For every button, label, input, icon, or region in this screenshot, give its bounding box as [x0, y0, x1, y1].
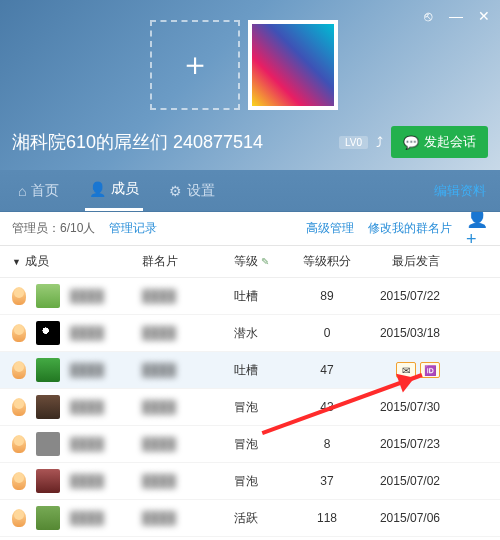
- member-name: ████: [70, 326, 104, 340]
- member-points: 43: [296, 400, 358, 414]
- card-icon[interactable]: 🆔: [420, 362, 440, 378]
- share-icon[interactable]: ⤴: [376, 134, 383, 150]
- member-points: 118: [296, 511, 358, 525]
- settings-icon: ⚙: [169, 183, 182, 199]
- edit-level-icon: ✎: [261, 256, 269, 267]
- member-name: ████: [70, 363, 104, 377]
- member-last: 2015/07/30: [358, 400, 440, 414]
- table-row[interactable]: ████████吐槽47✉🆔: [0, 352, 500, 389]
- group-picture[interactable]: [248, 20, 338, 110]
- member-rows: ████████吐槽892015/07/22████████潜水02015/03…: [0, 278, 500, 538]
- col-last[interactable]: 最后发言: [358, 253, 440, 270]
- member-name: ████: [70, 511, 104, 525]
- member-last: 2015/07/02: [358, 474, 440, 488]
- member-avatar: [36, 321, 60, 345]
- table-row[interactable]: ████████冒泡432015/07/30: [0, 389, 500, 426]
- sub-bar: 管理员：6/10人 管理记录 高级管理 修改我的群名片 👤+: [0, 212, 500, 246]
- avatar-icon: [12, 287, 26, 305]
- table-row[interactable]: ████████冒泡372015/07/02: [0, 463, 500, 500]
- avatar-icon: [12, 472, 26, 490]
- admin-count: 管理员：6/10人: [12, 220, 95, 237]
- start-chat-label: 发起会话: [424, 133, 476, 151]
- member-card: ████: [142, 400, 176, 414]
- member-level: 吐槽: [234, 288, 296, 305]
- member-avatar: [36, 506, 60, 530]
- member-points: 8: [296, 437, 358, 451]
- pin-icon[interactable]: ⎋: [420, 8, 436, 24]
- avatar-icon: [12, 435, 26, 453]
- member-avatar: [36, 432, 60, 456]
- minimize-icon[interactable]: —: [448, 8, 464, 24]
- tab-home-label: 首页: [31, 182, 59, 200]
- member-last: 2015/07/23: [358, 437, 440, 451]
- members-icon: 👤: [89, 181, 106, 197]
- avatar-icon: [12, 509, 26, 527]
- add-user-icon[interactable]: 👤+: [466, 218, 488, 240]
- member-avatar: [36, 469, 60, 493]
- member-card: ████: [142, 437, 176, 451]
- member-avatar: [36, 395, 60, 419]
- member-name: ████: [70, 437, 104, 451]
- table-row[interactable]: ████████潜水02015/03/18: [0, 315, 500, 352]
- title-bar: 湘科院610的屌丝们 240877514 LV0 ⤴ 💬 发起会话: [12, 126, 488, 158]
- member-points: 47: [296, 363, 358, 377]
- tab-bar: ⌂ 首页 👤 成员 ⚙ 设置 编辑资料: [0, 170, 500, 212]
- tab-members[interactable]: 👤 成员: [85, 170, 143, 211]
- member-name: ████: [70, 289, 104, 303]
- group-title: 湘科院610的屌丝们 240877514: [12, 130, 331, 154]
- message-icon[interactable]: ✉: [396, 362, 416, 378]
- tab-home[interactable]: ⌂ 首页: [14, 172, 63, 210]
- edit-profile-link[interactable]: 编辑资料: [434, 182, 486, 200]
- member-last: ✉🆔: [358, 362, 440, 378]
- member-name: ████: [70, 400, 104, 414]
- tab-settings[interactable]: ⚙ 设置: [165, 172, 219, 210]
- member-points: 37: [296, 474, 358, 488]
- member-last: 2015/07/22: [358, 289, 440, 303]
- start-chat-button[interactable]: 💬 发起会话: [391, 126, 488, 158]
- member-name: ████: [70, 474, 104, 488]
- member-level: 潜水: [234, 325, 296, 342]
- home-icon: ⌂: [18, 183, 26, 199]
- member-card: ████: [142, 326, 176, 340]
- col-points[interactable]: 等级积分: [296, 253, 358, 270]
- advanced-manage-link[interactable]: 高级管理: [306, 220, 354, 237]
- edit-my-card-link[interactable]: 修改我的群名片: [368, 220, 452, 237]
- chat-icon: 💬: [403, 135, 419, 150]
- member-last: 2015/03/18: [358, 326, 440, 340]
- member-level: 冒泡: [234, 399, 296, 416]
- add-picture-button[interactable]: ＋: [150, 20, 240, 110]
- tab-members-label: 成员: [111, 180, 139, 198]
- manage-log-link[interactable]: 管理记录: [109, 220, 157, 237]
- member-avatar: [36, 358, 60, 382]
- member-last: 2015/07/06: [358, 511, 440, 525]
- member-card: ████: [142, 511, 176, 525]
- col-card[interactable]: 群名片: [142, 253, 234, 270]
- member-avatar: [36, 284, 60, 308]
- window-controls: ⎋ — ✕: [420, 8, 492, 24]
- member-level: 冒泡: [234, 436, 296, 453]
- member-card: ████: [142, 363, 176, 377]
- member-points: 0: [296, 326, 358, 340]
- member-level: 冒泡: [234, 473, 296, 490]
- member-card: ████: [142, 289, 176, 303]
- member-level: 吐槽: [234, 362, 296, 379]
- table-row[interactable]: ████████吐槽892015/07/22: [0, 278, 500, 315]
- col-level[interactable]: 等级✎: [234, 253, 296, 270]
- member-card: ████: [142, 474, 176, 488]
- table-row[interactable]: ████████活跃1182015/07/06: [0, 500, 500, 537]
- tab-settings-label: 设置: [187, 182, 215, 200]
- member-points: 89: [296, 289, 358, 303]
- avatar-icon: [12, 324, 26, 342]
- avatar-icon: [12, 361, 26, 379]
- header-banner: ⎋ — ✕ ＋ 湘科院610的屌丝们 240877514 LV0 ⤴ 💬 发起会…: [0, 0, 500, 170]
- col-member[interactable]: ▼成员: [12, 253, 142, 270]
- close-icon[interactable]: ✕: [476, 8, 492, 24]
- level-badge: LV0: [339, 136, 368, 149]
- table-header: ▼成员 群名片 等级✎ 等级积分 最后发言: [0, 246, 500, 278]
- member-level: 活跃: [234, 510, 296, 527]
- avatar-icon: [12, 398, 26, 416]
- table-row[interactable]: ████████冒泡82015/07/23: [0, 426, 500, 463]
